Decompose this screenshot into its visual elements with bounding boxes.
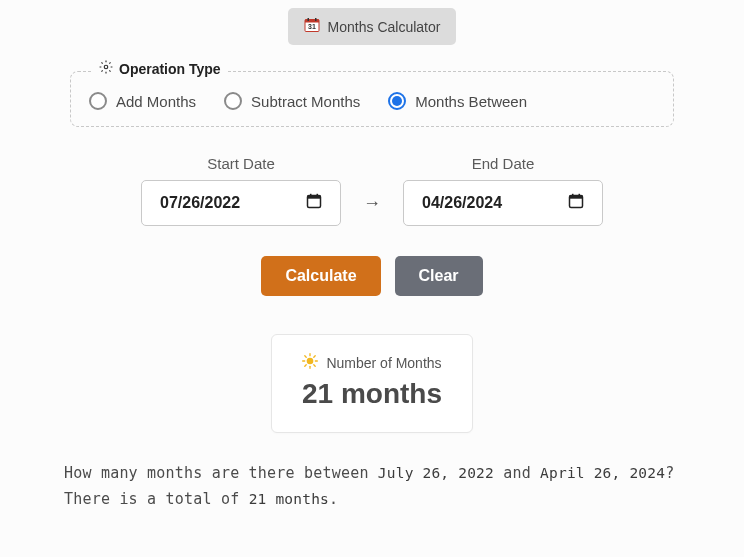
radio-subtract-months[interactable]: Subtract Months — [224, 92, 360, 110]
start-date-input[interactable]: 07/26/2022 — [141, 180, 341, 226]
result-label-text: Number of Months — [326, 355, 441, 371]
calendar-icon: 31 — [304, 17, 320, 36]
svg-point-5 — [104, 65, 108, 69]
result-label-row: Number of Months — [302, 353, 442, 372]
svg-rect-11 — [570, 196, 583, 199]
svg-text:31: 31 — [308, 23, 316, 30]
svg-rect-3 — [315, 18, 317, 21]
clear-button[interactable]: Clear — [395, 256, 483, 296]
end-date-group: End Date 04/26/2024 — [403, 155, 603, 226]
radio-circle — [89, 92, 107, 110]
operation-legend: Operation Type — [93, 60, 227, 77]
desc-date2: April 26, 2024 — [540, 465, 665, 481]
start-date-value: 07/26/2022 — [160, 194, 240, 212]
desc-count: 21 months — [249, 491, 329, 507]
result-card: Number of Months 21 months — [271, 334, 473, 433]
arrow-icon: → — [363, 193, 381, 226]
radio-circle-selected — [388, 92, 406, 110]
svg-rect-2 — [307, 18, 309, 21]
svg-line-21 — [305, 365, 306, 366]
radio-label: Add Months — [116, 93, 196, 110]
radio-label: Months Between — [415, 93, 527, 110]
radio-months-between[interactable]: Months Between — [388, 92, 527, 110]
calculate-button[interactable]: Calculate — [261, 256, 380, 296]
operation-legend-text: Operation Type — [119, 61, 221, 77]
svg-line-19 — [305, 356, 306, 357]
start-date-group: Start Date 07/26/2022 — [141, 155, 341, 226]
radio-add-months[interactable]: Add Months — [89, 92, 196, 110]
desc-part: . — [329, 490, 338, 508]
result-description: How many months are there between July 2… — [60, 461, 684, 512]
svg-rect-13 — [579, 194, 581, 197]
start-date-label: Start Date — [207, 155, 275, 172]
calendar-picker-icon[interactable] — [568, 193, 584, 213]
end-date-label: End Date — [472, 155, 535, 172]
svg-rect-7 — [308, 196, 321, 199]
svg-rect-1 — [305, 20, 319, 23]
svg-rect-8 — [310, 194, 312, 197]
desc-part: and — [494, 464, 540, 482]
svg-line-22 — [314, 356, 315, 357]
radio-circle — [224, 92, 242, 110]
title-row: 31 Months Calculator — [60, 8, 684, 45]
result-value: 21 months — [302, 378, 442, 410]
sun-icon — [302, 353, 318, 372]
end-date-value: 04/26/2024 — [422, 194, 502, 212]
svg-line-20 — [314, 365, 315, 366]
radio-row: Add Months Subtract Months Months Betwee… — [89, 92, 655, 110]
desc-part: How many months are there between — [64, 464, 378, 482]
operation-type-group: Operation Type Add Months Subtract Month… — [70, 71, 674, 127]
radio-label: Subtract Months — [251, 93, 360, 110]
svg-point-14 — [307, 358, 314, 365]
gear-icon — [99, 60, 113, 77]
dates-row: Start Date 07/26/2022 → End Date 04/26/2… — [60, 155, 684, 226]
svg-rect-12 — [572, 194, 574, 197]
desc-date1: July 26, 2022 — [378, 465, 494, 481]
button-row: Calculate Clear — [60, 256, 684, 296]
end-date-input[interactable]: 04/26/2024 — [403, 180, 603, 226]
title-text: Months Calculator — [328, 19, 441, 35]
title-badge: 31 Months Calculator — [288, 8, 457, 45]
svg-rect-9 — [317, 194, 319, 197]
calendar-picker-icon[interactable] — [306, 193, 322, 213]
